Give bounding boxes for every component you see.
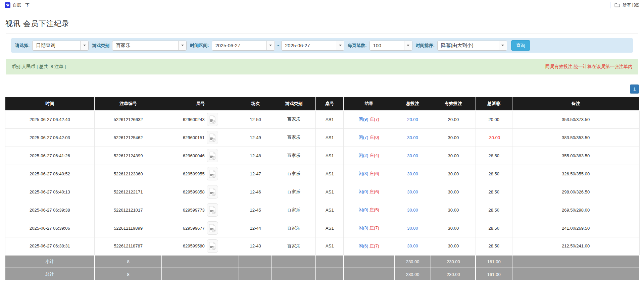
- cell-bet-id: 522612124399: [95, 147, 162, 165]
- cell-valid-bet: 30.00: [431, 237, 476, 255]
- baidu-bookmark[interactable]: 百度一下: [5, 2, 30, 8]
- select-type-combo[interactable]: 日期查询: [32, 41, 89, 51]
- total-bet-link[interactable]: 30.00: [407, 153, 418, 158]
- cell-round: 629600243: [162, 110, 239, 128]
- total-bet-link[interactable]: 30.00: [407, 189, 418, 194]
- result-banker: 庄(5): [369, 207, 379, 212]
- result-banker: 庄(7): [369, 225, 379, 230]
- footer-label: 小计: [5, 255, 95, 268]
- film-icon: [209, 151, 216, 160]
- cell-total-bet: 30.00: [394, 147, 431, 165]
- bookmarks-divider: [610, 2, 610, 8]
- filter-label-select: 请选择:: [15, 43, 30, 49]
- game-type-dropdown-arrow-icon[interactable]: [178, 41, 186, 50]
- summary-note: 同局有效投注,统一计算在该局第一张注单内: [545, 64, 633, 70]
- result-player: 闲(3): [359, 171, 368, 176]
- video-replay-button[interactable]: [207, 167, 218, 180]
- video-replay-button[interactable]: [207, 203, 218, 217]
- date-from-combo[interactable]: 2025-06-27: [212, 41, 275, 51]
- result-banker: 庄(7): [369, 243, 379, 248]
- date-to-combo[interactable]: 2025-06-27: [281, 41, 344, 51]
- cell-bet-id: 522612119899: [95, 219, 162, 237]
- select-type-dropdown-arrow-icon[interactable]: [80, 41, 88, 50]
- cell-note: 326.50/355.00: [512, 165, 639, 183]
- table-row: 2025-06-27 06:40:52 522612123360 6295999…: [5, 165, 639, 183]
- table-row: 2025-06-27 06:42:40 522612126632 6296002…: [5, 110, 639, 128]
- cell-result: 闲(3) 庄(6): [344, 165, 394, 183]
- cell-result: 闲(0) 庄(5): [344, 201, 394, 219]
- video-replay-button[interactable]: [207, 185, 218, 199]
- header-cell: 有效投注: [431, 97, 476, 110]
- result-player: 闲(0): [359, 189, 368, 194]
- table-row: 2025-06-27 06:41:26 522612124399 6296000…: [5, 147, 639, 165]
- cell-session: 12-47: [239, 165, 272, 183]
- cell-bet-id: 522612122171: [95, 183, 162, 201]
- cell-result: 闲(6) 庄(7): [344, 237, 394, 255]
- query-button[interactable]: 查询: [511, 40, 530, 51]
- result-player: 闲(3): [359, 225, 368, 230]
- cell-session: 12-46: [239, 183, 272, 201]
- round-id: 629600243: [183, 117, 205, 122]
- header-cell: 局号: [162, 97, 239, 110]
- total-bet-link[interactable]: 30.00: [407, 171, 418, 176]
- header-cell: 总派彩: [476, 97, 512, 110]
- header-cell: 结果: [344, 97, 394, 110]
- table-row: 2025-06-27 06:38:31 522612118787 6295995…: [5, 237, 639, 255]
- filter-bar: 请选择: 日期查询 游戏类别 百家乐 时间区间: 2025-06-27 ~ 20…: [11, 38, 633, 53]
- date-range-separator: ~: [277, 43, 280, 48]
- video-replay-button[interactable]: [207, 131, 218, 144]
- total-bet-link[interactable]: 30.00: [407, 243, 418, 248]
- total-bet-link[interactable]: 30.00: [407, 226, 418, 231]
- total-bet-link[interactable]: 30.00: [407, 135, 418, 140]
- result-player: 闲(7): [359, 135, 368, 140]
- cell-note: 298.00/326.50: [512, 183, 639, 201]
- total-bet-link[interactable]: 30.00: [407, 208, 418, 213]
- payout-value: 28.50: [488, 226, 499, 231]
- all-bookmarks[interactable]: 所有书签: [614, 2, 639, 8]
- date-from-dropdown-arrow-icon[interactable]: [266, 41, 275, 50]
- table-row: 2025-06-27 06:39:38 522612121017 6295997…: [5, 201, 639, 219]
- cell-session: 12-44: [239, 219, 272, 237]
- video-replay-button[interactable]: [207, 221, 218, 235]
- page-size-dropdown-arrow-icon[interactable]: [404, 41, 412, 50]
- cell-total-bet: 30.00: [394, 201, 431, 219]
- video-replay-button[interactable]: [207, 239, 218, 253]
- total-row: 总计 8 230.00 230.00 161.00: [5, 268, 639, 281]
- folder-icon: [614, 3, 620, 7]
- cell-session: 12-43: [239, 237, 272, 255]
- round-id: 629599677: [183, 226, 205, 231]
- video-replay-button[interactable]: [207, 149, 218, 162]
- video-replay-button[interactable]: [207, 113, 218, 126]
- cell-session: 12-45: [239, 201, 272, 219]
- total-bet-link[interactable]: 20.00: [407, 117, 418, 122]
- page-button-1[interactable]: 1: [630, 84, 639, 94]
- footer-valid-bet: 230.00: [431, 268, 476, 281]
- game-type-combo[interactable]: 百家乐: [112, 41, 187, 51]
- round-id: 629599858: [183, 189, 205, 194]
- footer-label: 总计: [5, 268, 95, 281]
- cell-time: 2025-06-27 06:38:31: [5, 237, 95, 255]
- payout-value: 28.50: [488, 171, 499, 176]
- sort-order-dropdown-arrow-icon[interactable]: [499, 41, 507, 50]
- cell-time: 2025-06-27 06:39:06: [5, 219, 95, 237]
- cell-game-type: 百家乐: [272, 147, 316, 165]
- round-id: 629599580: [183, 243, 205, 248]
- page-size-combo[interactable]: 100: [369, 41, 412, 51]
- cell-game-type: 百家乐: [272, 201, 316, 219]
- cell-result: 闲(2) 庄(4): [344, 147, 394, 165]
- date-to-dropdown-arrow-icon[interactable]: [336, 41, 344, 50]
- cell-table-id: AS1: [316, 110, 344, 128]
- all-bookmarks-label: 所有书签: [623, 2, 639, 8]
- cell-time: 2025-06-27 06:39:38: [5, 201, 95, 219]
- cell-game-type: 百家乐: [272, 165, 316, 183]
- cell-valid-bet: 30.00: [431, 165, 476, 183]
- cell-time: 2025-06-27 06:41:26: [5, 147, 95, 165]
- table-row: 2025-06-27 06:42:03 522612125462 6296001…: [5, 128, 639, 147]
- sort-order-combo[interactable]: 降冪(由大到小): [437, 41, 507, 51]
- cell-round: 629599580: [162, 237, 239, 255]
- film-icon: [209, 169, 216, 178]
- cell-session: 12-48: [239, 147, 272, 165]
- cell-result: 闲(0) 庄(6): [344, 183, 394, 201]
- cell-note: 269.50/298.00: [512, 201, 639, 219]
- payout-value: -30.00: [488, 135, 500, 140]
